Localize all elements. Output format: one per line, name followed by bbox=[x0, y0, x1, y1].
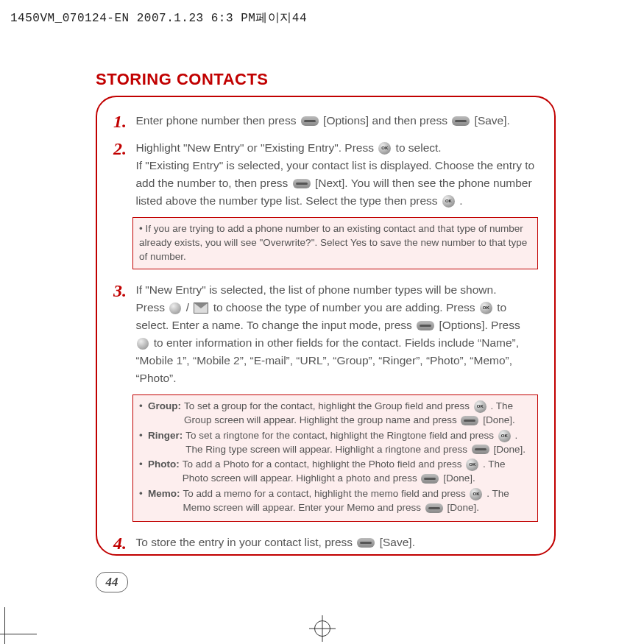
text: To set a ringtone for the contact, highl… bbox=[185, 430, 497, 441]
text: [Done]. bbox=[494, 444, 526, 455]
ok-icon: OK bbox=[474, 400, 486, 413]
step-number: 4. bbox=[113, 534, 132, 553]
note-text: To set a ringtone for the contact, highl… bbox=[185, 429, 531, 457]
ok-icon: OK bbox=[466, 459, 478, 471]
note-label: Ringer: bbox=[148, 429, 183, 457]
crop-mark-icon bbox=[0, 634, 37, 634]
text: To add a memo for a contact, highlight t… bbox=[183, 488, 469, 499]
file-header: 1450VM_070124-EN 2007.1.23 6:3 PM페이지44 bbox=[10, 10, 307, 26]
crop-mark-icon bbox=[4, 607, 5, 644]
softkey-icon bbox=[421, 474, 439, 484]
step-number: 2. bbox=[113, 139, 132, 159]
step-2: 2. Highlight "New Entry" or "Existing En… bbox=[113, 139, 538, 210]
softkey-icon bbox=[461, 416, 478, 425]
text: To store the entry in your contact list,… bbox=[135, 536, 355, 548]
softkey-icon bbox=[417, 321, 434, 330]
content-box: 1. Enter phone number then press [Option… bbox=[96, 96, 556, 556]
step-number: 1. bbox=[113, 112, 132, 132]
text: [Done]. bbox=[483, 414, 515, 425]
note-label: Photo: bbox=[148, 458, 180, 486]
step-body: To store the entry in your contact list,… bbox=[135, 534, 537, 551]
bullet-icon: • bbox=[139, 458, 145, 486]
step-body: If "New Entry" is selected, the list of … bbox=[135, 281, 537, 387]
note-ringer: • Ringer: To set a ringtone for the cont… bbox=[139, 429, 531, 457]
note-text: • If you are trying to add a phone numbe… bbox=[139, 223, 527, 262]
softkey-icon bbox=[357, 538, 375, 548]
step-1: 1. Enter phone number then press [Option… bbox=[113, 112, 538, 132]
text: [Done]. bbox=[447, 502, 479, 513]
text: If "New Entry" is selected, the list of … bbox=[135, 283, 496, 296]
bullet-icon: • bbox=[139, 429, 145, 457]
softkey-icon bbox=[293, 179, 311, 188]
text: To set a group for the contact, highligh… bbox=[184, 400, 473, 411]
note-text: To set a group for the contact, highligh… bbox=[184, 400, 531, 428]
note-text: To add a memo for a contact, highlight t… bbox=[183, 487, 532, 515]
softkey-icon bbox=[301, 116, 319, 126]
softkey-icon bbox=[472, 445, 489, 454]
ok-icon: OK bbox=[470, 488, 482, 500]
text: [Options]. Press bbox=[439, 319, 520, 331]
text: To add a Photo for a contact, highlight … bbox=[183, 459, 465, 470]
text: Press bbox=[135, 301, 168, 314]
text: Enter phone number then press bbox=[135, 114, 299, 127]
mail-icon bbox=[194, 302, 208, 314]
note-box-overwrite: • If you are trying to add a phone numbe… bbox=[132, 217, 538, 269]
step-body: Highlight "New Entry" or "Existing Entry… bbox=[135, 139, 537, 210]
note-label: Memo: bbox=[148, 487, 180, 515]
text: [Save]. bbox=[380, 536, 415, 548]
text: [Done]. bbox=[443, 473, 475, 484]
ok-icon: OK bbox=[498, 430, 511, 442]
step-3: 3. If "New Entry" is selected, the list … bbox=[113, 281, 538, 387]
nav-icon bbox=[169, 302, 181, 314]
text: . bbox=[459, 194, 462, 207]
page-number: 44 bbox=[96, 572, 128, 592]
text: Highlight "New Entry" or "Existing Entry… bbox=[135, 141, 377, 154]
text: to enter information in other fields for… bbox=[135, 336, 519, 384]
softkey-icon bbox=[452, 116, 470, 126]
registration-mark-icon bbox=[314, 620, 330, 637]
note-label: Group: bbox=[148, 400, 181, 428]
ok-icon: OK bbox=[480, 302, 492, 314]
section-title: STORING CONTACTS bbox=[96, 70, 269, 89]
text: to select. bbox=[396, 141, 442, 154]
step-number: 3. bbox=[113, 281, 132, 301]
note-memo: • Memo: To add a memo for a contact, hig… bbox=[139, 487, 531, 515]
note-text: To add a Photo for a contact, highlight … bbox=[183, 458, 531, 486]
text: / bbox=[186, 301, 193, 314]
step-body: Enter phone number then press [Options] … bbox=[135, 112, 537, 130]
text: [Save]. bbox=[475, 114, 510, 127]
bullet-icon: • bbox=[139, 487, 145, 515]
bullet-icon: • bbox=[139, 400, 145, 428]
note-box-fields: • Group: To set a group for the contact,… bbox=[132, 394, 538, 522]
note-photo: • Photo: To add a Photo for a contact, h… bbox=[139, 458, 531, 486]
note-group: • Group: To set a group for the contact,… bbox=[139, 400, 531, 428]
text: [Options] and then press bbox=[323, 114, 450, 127]
softkey-icon bbox=[425, 503, 443, 513]
text: to choose the type of number you are add… bbox=[213, 301, 478, 314]
ok-icon: OK bbox=[378, 142, 391, 155]
wifi-icon bbox=[137, 338, 149, 350]
step-4: 4. To store the entry in your contact li… bbox=[113, 534, 538, 553]
ok-icon: OK bbox=[442, 195, 455, 208]
